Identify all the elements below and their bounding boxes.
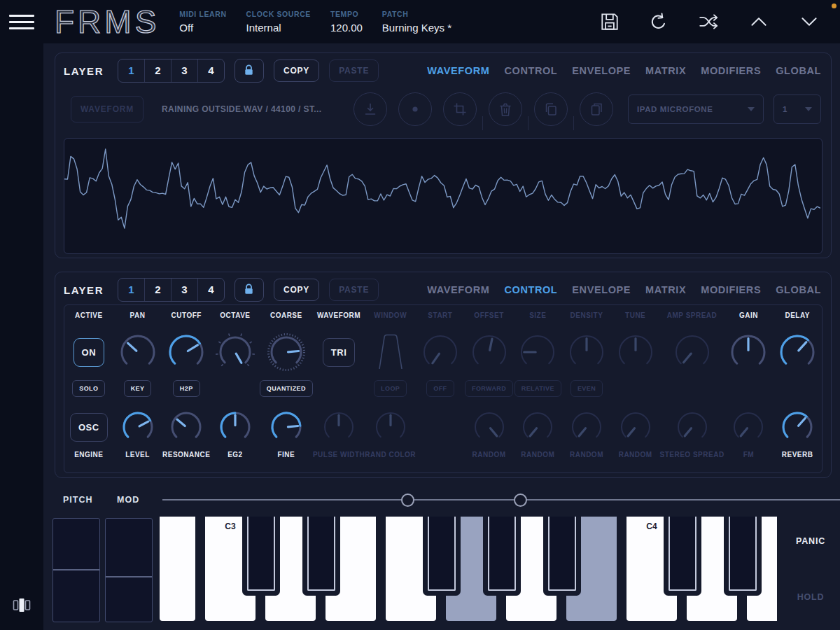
window-shape-icon[interactable] [370,330,411,374]
tune-knob[interactable] [615,331,657,373]
tab-control[interactable]: CONTROL [504,284,557,295]
off-button[interactable]: OFF [426,380,454,397]
record-icon[interactable] [398,92,432,126]
import-icon[interactable] [354,92,387,126]
gain-knob[interactable] [727,331,769,373]
paste-button[interactable]: PASTE [329,279,379,301]
tab-waveform[interactable]: WAVEFORM [427,65,489,76]
h2p-button[interactable]: H2P [173,380,200,397]
layer-button-3[interactable]: 3 [172,279,198,301]
chevron-down-icon[interactable] [798,11,820,32]
paste-button[interactable]: PASTE [329,59,379,82]
waveform-display[interactable] [64,138,822,254]
paste-icon[interactable] [580,92,613,126]
menu-icon[interactable] [0,0,43,43]
piano-key-ds4[interactable] [729,517,757,591]
pitch-wheel[interactable] [52,518,100,622]
tab-envelope[interactable]: ENVELOPE [572,284,631,295]
forward-button[interactable]: FORWARD [465,380,513,397]
start-knob[interactable] [419,331,461,373]
amp-spread-knob[interactable] [671,331,713,373]
piano-key-fs3[interactable] [428,517,456,591]
delay-knob[interactable] [776,331,818,373]
random-knob[interactable] [519,408,556,446]
piano-key-gs3[interactable] [488,517,516,591]
copy-icon[interactable] [534,92,568,126]
tab-matrix[interactable]: MATRIX [645,284,686,295]
topbar-field-midi-learn[interactable]: MIDI LEARNOff [179,10,226,34]
layer-button-4[interactable]: 4 [198,59,224,82]
size-knob[interactable] [517,331,559,373]
copy-button[interactable]: COPY [274,279,319,301]
keyboard-range-slider[interactable] [162,499,840,500]
tab-global[interactable]: GLOBAL [776,284,821,295]
key-button[interactable]: KEY [124,380,152,397]
quantized-button[interactable]: QUANTIZED [260,380,313,397]
waveform-mode-button[interactable]: WAVEFORM [71,96,144,122]
shuffle-icon[interactable] [697,11,720,32]
layer-button-3[interactable]: 3 [172,59,198,82]
input-device-select[interactable]: IPAD MICROFONE [628,94,764,124]
random-knob[interactable] [470,408,508,446]
tab-modifiers[interactable]: MODIFIERS [701,65,761,76]
cutoff-knob[interactable] [165,331,207,373]
range-handle-right[interactable] [514,493,527,507]
hold-button[interactable]: HOLD [785,592,836,603]
topbar-field-tempo[interactable]: TEMPO120.00 [330,10,363,34]
solo-button[interactable]: SOLO [72,380,105,397]
random-knob[interactable] [568,408,606,446]
coarse-knob[interactable] [267,332,306,372]
engine-button[interactable]: OSC [70,413,108,442]
pan-knob[interactable] [117,331,159,373]
piano-key-b2[interactable] [160,517,195,621]
crop-icon[interactable] [443,92,477,126]
layer-button-2[interactable]: 2 [145,279,172,301]
tab-matrix[interactable]: MATRIX [645,65,686,76]
octave-knob[interactable] [216,332,255,372]
fine-knob[interactable] [267,408,305,446]
loop-button[interactable]: LOOP [374,380,407,397]
even-button[interactable]: EVEN [570,380,603,397]
tab-global[interactable]: GLOBAL [776,65,821,76]
piano-key-as3[interactable] [548,517,576,591]
layer-button-1[interactable]: 1 [118,279,145,301]
offset-knob[interactable] [468,331,510,373]
eg2-knob[interactable] [216,408,254,446]
save-icon[interactable] [599,11,620,32]
keyboard-toggle-icon[interactable] [11,596,32,617]
chevron-up-icon[interactable] [748,11,770,32]
undo-icon[interactable] [648,11,669,32]
mod-wheel[interactable] [105,518,153,622]
relative-button[interactable]: RELATIVE [514,380,561,397]
fm-knob[interactable] [729,408,767,446]
tab-envelope[interactable]: ENVELOPE [572,65,631,76]
layer-lock-button[interactable] [234,278,264,302]
topbar-field-clock-source[interactable]: CLOCK SOURCEInternal [246,10,311,34]
panic-button[interactable]: PANIC [785,536,836,547]
layer-button-4[interactable]: 4 [198,279,224,301]
input-channel-select[interactable]: 1 [774,94,821,124]
tab-control[interactable]: CONTROL [504,65,557,76]
active-button[interactable]: ON [74,338,105,367]
rand-color-knob[interactable] [372,408,410,446]
topbar-field-patch[interactable]: PATCHBurning Keys * [382,10,451,34]
stereo-spread-knob[interactable] [673,408,711,446]
copy-button[interactable]: COPY [274,59,319,82]
resonance-knob[interactable] [167,408,205,446]
reverb-knob[interactable] [778,408,816,446]
piano-key-cs4[interactable] [668,517,696,591]
waveform-button[interactable]: TRI [323,338,355,367]
layer-button-1[interactable]: 1 [118,59,145,82]
layer-lock-button[interactable] [234,59,264,83]
density-knob[interactable] [566,331,608,373]
pulse-width-knob[interactable] [320,408,358,446]
piano-key-ds3[interactable] [307,517,335,591]
random-knob[interactable] [617,408,654,446]
range-handle-left[interactable] [401,493,414,507]
piano-key-cs3[interactable] [247,517,275,591]
delete-icon[interactable] [489,92,522,126]
tab-modifiers[interactable]: MODIFIERS [701,284,761,295]
layer-button-2[interactable]: 2 [145,59,172,82]
tab-waveform[interactable]: WAVEFORM [427,284,489,295]
level-knob[interactable] [119,408,157,446]
